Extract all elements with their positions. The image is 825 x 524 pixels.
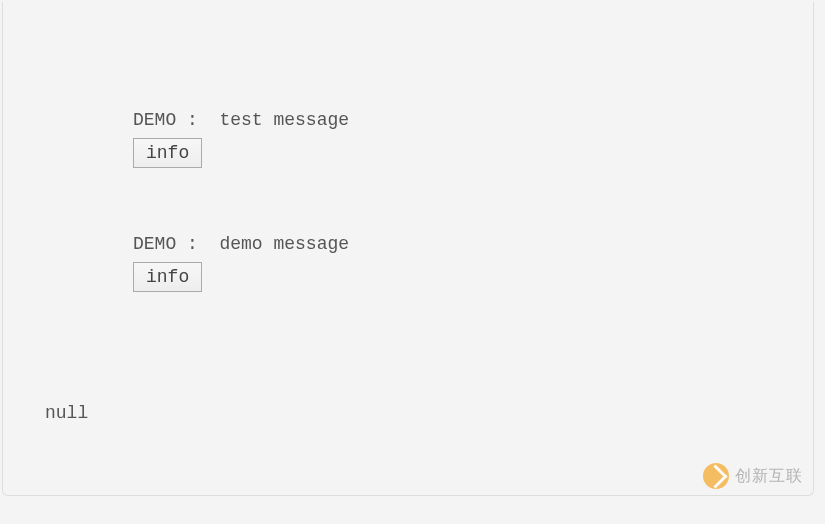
demo-block-2: DEMO : demo message info <box>133 234 813 292</box>
demo-label-2: DEMO : demo message <box>133 234 813 254</box>
info-button-1[interactable]: info <box>133 138 202 168</box>
demo-block-1: DEMO : test message info <box>133 110 813 168</box>
demo-label-1: DEMO : test message <box>133 110 813 130</box>
watermark: 创新互联 <box>703 463 803 489</box>
main-container: DEMO : test message info DEMO : demo mes… <box>2 2 814 496</box>
watermark-icon <box>703 463 729 489</box>
content-area: DEMO : test message info DEMO : demo mes… <box>3 2 813 292</box>
watermark-text: 创新互联 <box>735 466 803 487</box>
null-text: null <box>45 403 88 423</box>
info-button-2[interactable]: info <box>133 262 202 292</box>
